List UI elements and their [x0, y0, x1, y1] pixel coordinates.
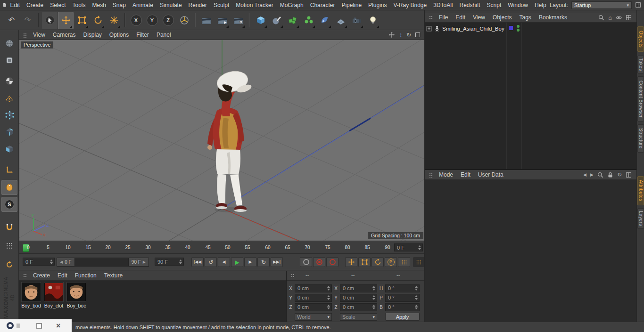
spinner-icon[interactable] — [326, 285, 330, 292]
panel-grip[interactable] — [291, 273, 295, 278]
render-picture-viewer-button[interactable] — [215, 12, 230, 29]
current-frame-field[interactable]: 0 F — [23, 258, 55, 266]
enable-axis-button[interactable] — [1, 162, 17, 178]
menu-item-pipeline[interactable]: Pipeline — [338, 0, 365, 10]
position-x-field[interactable]: 0 cm — [295, 284, 332, 292]
editor-visibility-dot[interactable] — [517, 25, 520, 28]
om-menu-bookmarks[interactable]: Bookmarks — [535, 13, 571, 22]
add-primitive-button[interactable] — [253, 12, 268, 29]
panel-grip[interactable] — [429, 172, 433, 178]
object-row[interactable]: Smiling_Asian_Child_Boy — [426, 24, 504, 32]
spinner-icon[interactable] — [326, 304, 330, 310]
lock-icon[interactable] — [607, 172, 613, 178]
material-menu-create[interactable]: Create — [29, 271, 54, 280]
last-used-tool-button[interactable] — [106, 12, 122, 29]
timeline-ruler[interactable]: 0 5 10 15 20 25 30 35 40 45 50 55 60 65 … — [19, 242, 424, 254]
redo-button[interactable]: ↷ — [20, 12, 35, 29]
material-item[interactable]: Boy_clot — [43, 283, 65, 308]
keyframe-selection-button[interactable] — [300, 257, 312, 267]
key-position-button[interactable] — [345, 257, 357, 267]
frame-range-slider[interactable]: ◀ 0 F 90 F ▶ — [57, 258, 149, 267]
live-selection-tool-button[interactable] — [42, 12, 58, 29]
position-z-field[interactable]: 0 cm — [295, 303, 332, 311]
stop-icon[interactable] — [36, 323, 42, 329]
material-label[interactable]: Boy_bod — [20, 303, 42, 308]
go-to-end-button[interactable]: ▶▶| — [271, 257, 283, 267]
material-menu-edit[interactable]: Edit — [54, 271, 71, 280]
am-menu-edit[interactable]: Edit — [457, 170, 474, 179]
coord-group-header[interactable]: -- — [396, 272, 400, 278]
view-label[interactable]: Perspective — [21, 41, 53, 49]
input-device-button[interactable] — [1, 180, 17, 195]
material-menu-function[interactable]: Function — [71, 271, 100, 280]
menu-item-simulate[interactable]: Simulate — [157, 0, 185, 10]
key-rotation-button[interactable] — [372, 257, 384, 267]
record-keyframe-button[interactable] — [313, 257, 325, 267]
apply-button[interactable]: Apply — [385, 313, 420, 321]
tab-takes[interactable]: Takes — [637, 56, 644, 73]
rotation-h-field[interactable]: 0 ° — [385, 284, 420, 292]
viewport-menu-options[interactable]: Options — [106, 31, 132, 39]
history-back-icon[interactable]: ◀ — [583, 173, 586, 177]
app-logo-icon[interactable] — [2, 1, 7, 8]
tab-objects[interactable]: Objects — [637, 26, 644, 52]
panel-grip[interactable] — [23, 273, 27, 278]
rotate-view-icon[interactable]: ↻ — [406, 32, 411, 38]
history-forward-icon[interactable]: ▶ — [590, 173, 594, 177]
menu-item-window[interactable]: Window — [504, 0, 531, 10]
make-editable-button[interactable] — [1, 36, 17, 51]
render-visibility-dot[interactable] — [517, 29, 520, 32]
next-frame-button[interactable]: ▶ — [244, 257, 256, 267]
menu-item-v-ray-bridge[interactable]: V-Ray Bridge — [390, 0, 430, 10]
refresh-icon[interactable]: ↻ — [617, 172, 622, 178]
ruler-frame-field[interactable]: 0 F — [394, 243, 423, 251]
spinner-icon[interactable] — [49, 259, 53, 265]
render-settings-button[interactable] — [231, 12, 246, 29]
move-tool-button[interactable] — [58, 12, 74, 29]
coordinate-system-button[interactable] — [176, 12, 192, 29]
material-label[interactable]: Boy_clot — [43, 303, 65, 308]
viewport-solo-button[interactable]: S — [1, 197, 17, 212]
viewport-menu-display[interactable]: Display — [79, 31, 105, 39]
spinner-icon[interactable] — [326, 295, 330, 301]
add-environment-button[interactable] — [333, 12, 348, 29]
play-button[interactable]: ▶ — [231, 257, 243, 267]
material-item[interactable]: Boy_boc — [66, 283, 87, 308]
menu-item-sculpt[interactable]: Sculpt — [210, 0, 232, 10]
spinner-icon[interactable] — [414, 295, 418, 301]
edges-mode-button[interactable] — [1, 124, 17, 139]
model-mode-button[interactable] — [1, 53, 17, 68]
om-menu-tags[interactable]: Tags — [516, 13, 535, 22]
menu-item-3dtoall[interactable]: 3DToAll — [430, 0, 456, 10]
add-panel-icon[interactable] — [626, 172, 632, 178]
z-axis-handle[interactable] — [349, 118, 371, 131]
add-mograph-button[interactable] — [285, 12, 300, 29]
next-key-button[interactable]: ↻ — [257, 257, 270, 267]
spinner-icon[interactable] — [414, 285, 418, 292]
workplane-mode-button[interactable] — [1, 90, 17, 105]
spinner-icon[interactable] — [414, 304, 418, 310]
layout-panel-icon[interactable] — [635, 2, 641, 8]
om-menu-file[interactable]: File — [435, 13, 452, 22]
material-menu-texture[interactable]: Texture — [100, 271, 126, 280]
character-model[interactable] — [207, 69, 252, 212]
am-menu-mode[interactable]: Mode — [435, 170, 457, 179]
size-z-field[interactable]: 0 cm — [340, 303, 377, 311]
spinner-icon[interactable] — [372, 295, 376, 301]
size-x-field[interactable]: 0 cm — [340, 284, 377, 292]
object-name[interactable]: Smiling_Asian_Child_Boy — [442, 26, 504, 32]
range-start-handle[interactable]: ◀ 0 F — [57, 258, 75, 266]
coord-group-header[interactable]: -- — [351, 272, 355, 278]
render-view-button[interactable] — [198, 12, 214, 29]
tab-attributes[interactable]: Attributes — [637, 176, 644, 205]
layout-select[interactable]: Startup ▾ — [571, 1, 632, 9]
previous-key-button[interactable]: ↺ — [205, 257, 217, 267]
coord-group-header[interactable]: -- — [305, 272, 309, 278]
add-panel-icon[interactable] — [626, 15, 632, 21]
add-camera-button[interactable] — [349, 12, 364, 29]
search-icon[interactable] — [597, 172, 603, 178]
column-divider[interactable] — [521, 23, 522, 169]
go-to-start-button[interactable]: |◀◀ — [191, 257, 204, 267]
attribute-manager[interactable] — [425, 180, 637, 322]
add-light-button[interactable] — [365, 12, 380, 29]
